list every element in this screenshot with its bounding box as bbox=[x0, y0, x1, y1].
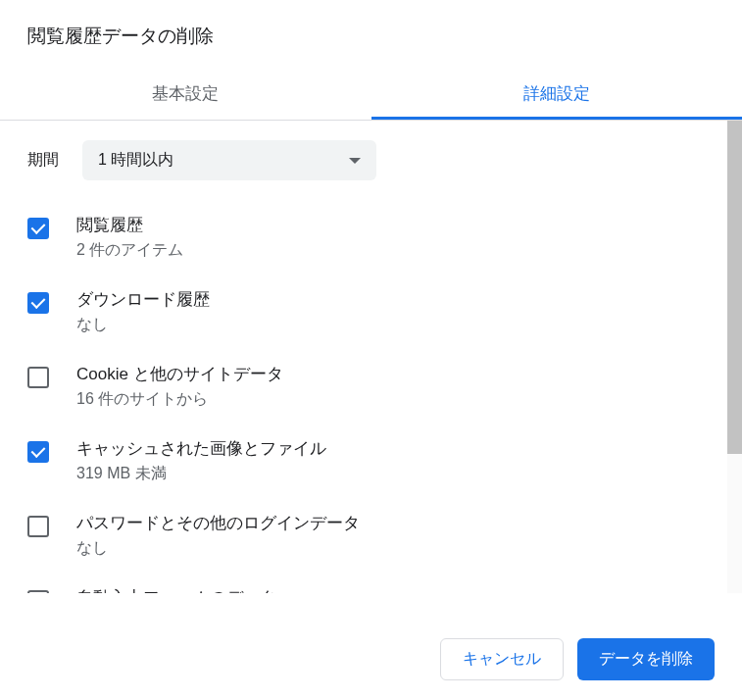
item-cache: キャッシュされた画像とファイル319 MB 未満 bbox=[27, 424, 715, 498]
item-subtitle: 16 件のサイトから bbox=[76, 389, 715, 410]
checkbox-cookies[interactable] bbox=[27, 367, 49, 388]
tab-basic[interactable]: 基本設定 bbox=[0, 69, 371, 120]
time-range-value: 1 時間以内 bbox=[98, 150, 173, 171]
dialog-title: 閲覧履歴データの削除 bbox=[0, 0, 742, 69]
item-autofill: 自動入力フォームのデータ bbox=[27, 573, 715, 593]
item-text: 自動入力フォームのデータ bbox=[76, 586, 715, 593]
checkbox-download-history[interactable] bbox=[27, 292, 49, 314]
item-text: 閲覧履歴2 件のアイテム bbox=[76, 214, 715, 261]
item-text: パスワードとその他のログインデータなし bbox=[76, 512, 715, 559]
chevron-down-icon bbox=[349, 158, 361, 164]
item-browsing-history: 閲覧履歴2 件のアイテム bbox=[27, 200, 715, 275]
content-wrapper: 期間 1 時間以内 閲覧履歴2 件のアイテムダウンロード履歴なしCookie と… bbox=[0, 121, 742, 593]
cancel-button[interactable]: キャンセル bbox=[440, 638, 564, 680]
scrollbar-thumb[interactable] bbox=[727, 121, 742, 454]
item-title: 自動入力フォームのデータ bbox=[76, 586, 715, 593]
checkbox-autofill[interactable] bbox=[27, 590, 49, 593]
item-text: キャッシュされた画像とファイル319 MB 未満 bbox=[76, 437, 715, 484]
tab-advanced[interactable]: 詳細設定 bbox=[371, 69, 743, 120]
item-download-history: ダウンロード履歴なし bbox=[27, 275, 715, 349]
checkbox-cache[interactable] bbox=[27, 441, 49, 463]
checkbox-browsing-history[interactable] bbox=[27, 218, 49, 239]
time-range-label: 期間 bbox=[27, 150, 82, 171]
tabs: 基本設定 詳細設定 bbox=[0, 69, 742, 121]
item-title: Cookie と他のサイトデータ bbox=[76, 363, 715, 385]
item-title: ダウンロード履歴 bbox=[76, 288, 715, 311]
item-subtitle: なし bbox=[76, 538, 715, 559]
scrollbar-track[interactable] bbox=[727, 121, 742, 593]
scroll-area[interactable]: 期間 1 時間以内 閲覧履歴2 件のアイテムダウンロード履歴なしCookie と… bbox=[0, 121, 742, 593]
checkbox-passwords[interactable] bbox=[27, 516, 49, 537]
item-title: パスワードとその他のログインデータ bbox=[76, 512, 715, 534]
item-passwords: パスワードとその他のログインデータなし bbox=[27, 498, 715, 573]
dialog-footer: キャンセル データを削除 bbox=[0, 619, 742, 700]
item-subtitle: なし bbox=[76, 315, 715, 335]
time-range-row: 期間 1 時間以内 bbox=[27, 121, 715, 200]
item-text: Cookie と他のサイトデータ16 件のサイトから bbox=[76, 363, 715, 410]
item-cookies: Cookie と他のサイトデータ16 件のサイトから bbox=[27, 349, 715, 424]
item-title: キャッシュされた画像とファイル bbox=[76, 437, 715, 460]
item-subtitle: 319 MB 未満 bbox=[76, 464, 715, 484]
time-range-select[interactable]: 1 時間以内 bbox=[82, 140, 376, 180]
item-subtitle: 2 件のアイテム bbox=[76, 240, 715, 261]
item-text: ダウンロード履歴なし bbox=[76, 288, 715, 335]
item-title: 閲覧履歴 bbox=[76, 214, 715, 236]
confirm-button[interactable]: データを削除 bbox=[577, 638, 715, 680]
